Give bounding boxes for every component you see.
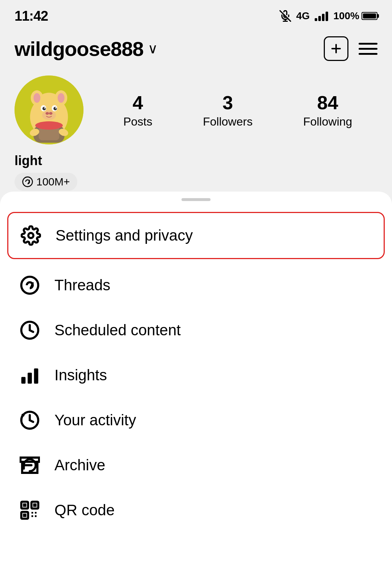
qrcode-label: QR code bbox=[54, 502, 115, 519]
svg-point-23 bbox=[35, 121, 63, 130]
svg-rect-30 bbox=[34, 368, 38, 384]
your-activity-item[interactable]: Your activity bbox=[0, 398, 392, 443]
status-bar: 11:42 4G 100% bbox=[0, 0, 392, 29]
drag-handle[interactable] bbox=[181, 198, 211, 201]
bottom-sheet: Settings and privacy Threads Scheduled c… bbox=[0, 192, 392, 569]
threads-badge-icon bbox=[22, 176, 33, 188]
scheduled-label: Scheduled content bbox=[54, 322, 181, 339]
scheduled-icon bbox=[18, 319, 41, 342]
threads-menu-icon bbox=[18, 274, 41, 297]
status-time: 11:42 bbox=[15, 8, 48, 24]
posts-stat[interactable]: 4 Posts bbox=[123, 92, 152, 128]
archive-icon bbox=[18, 454, 41, 477]
add-post-button[interactable] bbox=[324, 36, 348, 61]
svg-rect-29 bbox=[28, 373, 32, 384]
archive-item[interactable]: Archive bbox=[0, 443, 392, 488]
posts-label: Posts bbox=[123, 115, 152, 128]
status-icons: 4G 100% bbox=[279, 10, 377, 22]
signal-bars bbox=[315, 11, 328, 21]
avatar-image bbox=[15, 75, 83, 144]
scheduled-content-item[interactable]: Scheduled content bbox=[0, 308, 392, 353]
svg-rect-36 bbox=[33, 503, 36, 507]
svg-point-20 bbox=[49, 112, 53, 115]
archive-label: Archive bbox=[54, 457, 105, 474]
battery-icon bbox=[362, 12, 377, 20]
profile-top: 4 Posts 3 Followers 84 Following bbox=[15, 75, 377, 144]
posts-count: 4 bbox=[132, 92, 143, 114]
menu-button[interactable] bbox=[359, 43, 377, 55]
header-actions bbox=[324, 36, 377, 61]
svg-point-11 bbox=[58, 93, 65, 103]
svg-point-19 bbox=[46, 112, 49, 115]
dropdown-icon[interactable]: ∨ bbox=[148, 41, 158, 57]
svg-point-18 bbox=[42, 110, 56, 120]
battery-indicator: 100% bbox=[333, 10, 377, 22]
activity-icon bbox=[18, 409, 41, 432]
insights-item[interactable]: Insights bbox=[0, 353, 392, 398]
followers-label: Followers bbox=[203, 115, 253, 128]
svg-rect-37 bbox=[23, 513, 26, 517]
threads-item[interactable]: Threads bbox=[0, 263, 392, 308]
svg-rect-35 bbox=[23, 503, 26, 507]
profile-name: light bbox=[15, 153, 377, 168]
network-label: 4G bbox=[296, 10, 310, 22]
svg-point-31 bbox=[23, 415, 23, 416]
profile-section: 4 Posts 3 Followers 84 Following light 1… bbox=[0, 68, 392, 202]
qrcode-item[interactable]: QR code bbox=[0, 488, 392, 533]
settings-privacy-item[interactable]: Settings and privacy bbox=[7, 212, 385, 259]
following-count: 84 bbox=[317, 92, 338, 114]
header-left: wildgoose888 ∨ bbox=[15, 37, 158, 61]
activity-label: Your activity bbox=[54, 412, 136, 429]
svg-point-14 bbox=[42, 107, 46, 110]
plus-icon bbox=[329, 42, 343, 56]
followers-count: 3 bbox=[222, 92, 233, 114]
qr-icon bbox=[18, 499, 41, 522]
settings-privacy-label: Settings and privacy bbox=[56, 227, 193, 244]
followers-stat[interactable]: 3 Followers bbox=[203, 92, 253, 128]
following-label: Following bbox=[303, 115, 352, 128]
svg-point-10 bbox=[33, 93, 40, 103]
mute-icon bbox=[279, 10, 291, 22]
threads-label: Threads bbox=[54, 277, 110, 294]
battery-percentage: 100% bbox=[333, 10, 359, 22]
avatar[interactable] bbox=[15, 75, 83, 144]
following-stat[interactable]: 84 Following bbox=[303, 92, 352, 128]
username-label: wildgoose888 bbox=[15, 37, 143, 61]
settings-icon bbox=[19, 224, 42, 247]
profile-stats: 4 Posts 3 Followers 84 Following bbox=[98, 92, 377, 128]
insights-icon bbox=[18, 364, 41, 387]
svg-point-26 bbox=[28, 233, 33, 238]
threads-badge[interactable]: 100M+ bbox=[15, 173, 77, 191]
insights-label: Insights bbox=[54, 367, 107, 384]
svg-rect-28 bbox=[21, 377, 26, 384]
threads-badge-label: 100M+ bbox=[36, 176, 70, 188]
svg-point-17 bbox=[55, 107, 57, 109]
svg-point-15 bbox=[53, 107, 57, 110]
header: wildgoose888 ∨ bbox=[0, 29, 392, 68]
svg-point-16 bbox=[44, 107, 46, 109]
